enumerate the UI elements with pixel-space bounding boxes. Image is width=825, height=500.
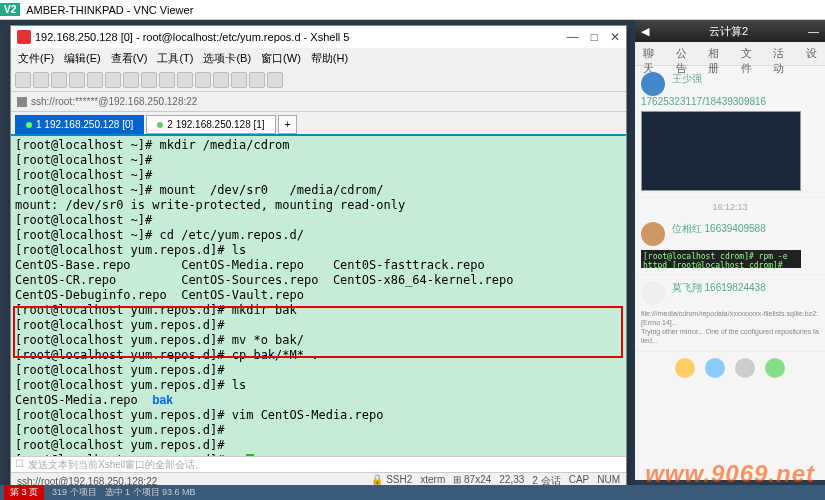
screenshot-thumbnail[interactable] (641, 111, 801, 191)
menu-tools[interactable]: 工具(T) (154, 51, 196, 66)
menu-tabs[interactable]: 选项卡(B) (200, 51, 254, 66)
avatar (641, 281, 665, 305)
tab-chat[interactable]: 聊天 (635, 42, 668, 65)
new-tab-button[interactable]: + (278, 115, 298, 134)
copy-icon[interactable] (105, 72, 121, 88)
attach-icon[interactable] (735, 358, 755, 378)
avatar (641, 72, 665, 96)
script-icon[interactable] (231, 72, 247, 88)
terminal[interactable]: [root@localhost ~]# mkdir /media/cdrom [… (11, 134, 626, 456)
sidebar-header: ◀云计算2— (635, 20, 825, 42)
link-icon (17, 97, 27, 107)
window-title: 192.168.250.128 [0] - root@localhost:/et… (35, 31, 349, 43)
sidebar-tabs[interactable]: 聊天 公告 相册 文件 活动 设 (635, 42, 825, 66)
close-button[interactable]: ✕ (610, 30, 620, 44)
page-indicator: 第 3 页 (4, 485, 44, 500)
minimize-button[interactable]: — (567, 30, 579, 44)
menu-file[interactable]: 文件(F) (15, 51, 57, 66)
chat-message: 莫飞翔 16619824438 file:///media/cdrom/repo… (635, 275, 825, 352)
session-tab-1[interactable]: 1 192.168.250.128 [0] (15, 115, 144, 134)
tab-settings[interactable]: 设 (798, 42, 825, 65)
address-bar[interactable]: ssh://root:******@192.168.250.128:22 (11, 92, 626, 112)
broadcast-input[interactable]: ☐发送文本到当前Xshell窗口的全部会话。 (11, 456, 626, 472)
toolbar[interactable] (11, 68, 626, 92)
vnc-logo: V2 (0, 3, 20, 16)
more-icon[interactable] (765, 358, 785, 378)
menu-help[interactable]: 帮助(H) (308, 51, 351, 66)
transfer-icon[interactable] (213, 72, 229, 88)
app-icon (17, 30, 31, 44)
lock-icon[interactable] (249, 72, 265, 88)
sender-name: 莫飞翔 16619824438 (672, 282, 766, 293)
open-icon[interactable] (33, 72, 49, 88)
avatar (641, 222, 665, 246)
props-icon[interactable] (159, 72, 175, 88)
paste-icon[interactable] (123, 72, 139, 88)
connect-icon[interactable] (69, 72, 85, 88)
tab-files[interactable]: 文件 (733, 42, 766, 65)
new-icon[interactable] (15, 72, 31, 88)
window-title-bar[interactable]: 192.168.250.128 [0] - root@localhost:/et… (11, 26, 626, 48)
chat-message: 位相红 16639409588 [root@localhost cdrom]# … (635, 216, 825, 275)
xshell-window: 192.168.250.128 [0] - root@localhost:/et… (10, 25, 627, 490)
maximize-button[interactable]: □ (591, 30, 598, 44)
address-text: ssh://root:******@192.168.250.128:22 (31, 96, 197, 107)
help-icon[interactable] (267, 72, 283, 88)
sender-name: 位相红 16639409588 (672, 223, 766, 234)
image-icon[interactable] (705, 358, 725, 378)
selection-info: 选中 1 个项目 93.6 MB (105, 486, 196, 499)
chat-sidebar: ◀云计算2— 聊天 公告 相册 文件 活动 设 王少强 17625323117/… (635, 20, 825, 480)
color-icon[interactable] (177, 72, 193, 88)
menu-view[interactable]: 查看(V) (108, 51, 151, 66)
vnc-title-bar: V2 AMBER-THINKPAD - VNC Viewer (0, 0, 825, 20)
text-snippet: file:///media/cdrom/repodata/xxxxxxxxx-f… (641, 309, 819, 345)
highlight-box (13, 306, 623, 358)
menu-edit[interactable]: 编辑(E) (61, 51, 104, 66)
timestamp: 16:12:13 (635, 198, 825, 216)
session-tab-2[interactable]: 2 192.168.250.128 [1] (146, 115, 275, 134)
disconnect-icon[interactable] (87, 72, 103, 88)
search-icon[interactable] (141, 72, 157, 88)
menu-bar[interactable]: 文件(F) 编辑(E) 查看(V) 工具(T) 选项卡(B) 窗口(W) 帮助(… (11, 48, 626, 68)
tab-album[interactable]: 相册 (700, 42, 733, 65)
emoji-icon[interactable] (675, 358, 695, 378)
tab-activity[interactable]: 活动 (765, 42, 798, 65)
font-icon[interactable] (195, 72, 211, 88)
watermark: www.9069.net (645, 460, 815, 488)
chat-message: 王少强 17625323117/18439309816 (635, 66, 825, 198)
session-tabs[interactable]: 1 192.168.250.128 [0] 2 192.168.250.128 … (11, 112, 626, 134)
menu-window[interactable]: 窗口(W) (258, 51, 304, 66)
save-icon[interactable] (51, 72, 67, 88)
vnc-title: AMBER-THINKPAD - VNC Viewer (26, 4, 193, 16)
item-count: 319 个项目 (52, 486, 97, 499)
chat-toolbar[interactable] (635, 352, 825, 384)
terminal-snippet[interactable]: [root@localhost cdrom]# rpm -e httpd [ro… (641, 250, 801, 268)
tab-notice[interactable]: 公告 (668, 42, 701, 65)
